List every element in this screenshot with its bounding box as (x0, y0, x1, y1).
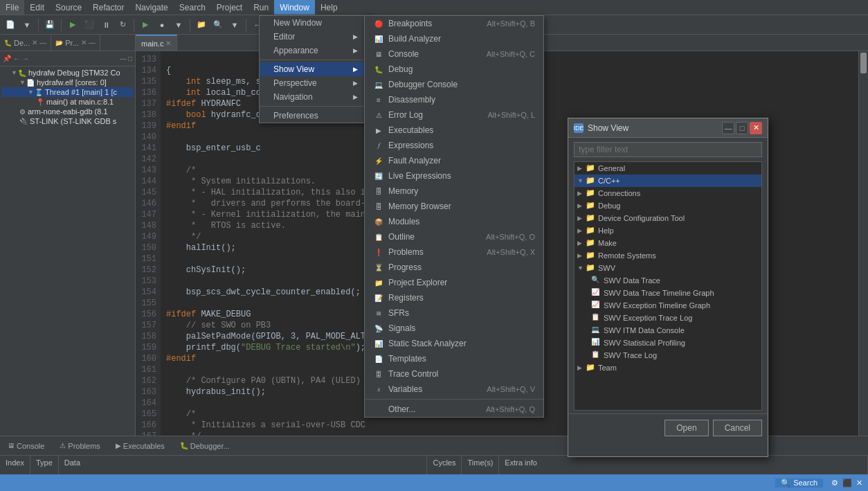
toolbar-run2[interactable]: ▶ (138, 17, 153, 33)
menu-preferences[interactable]: Preferences (260, 109, 369, 123)
menu-navigation[interactable]: Navigation (260, 90, 369, 104)
sv-variables[interactable]: 𝑥 Variables Alt+Shift+Q, V (365, 382, 543, 397)
menu-run[interactable]: Run (248, 0, 274, 15)
tree-item-stlink[interactable]: 🔌 ST-LINK (ST-LINK GDB s (1, 116, 134, 126)
tab-pr[interactable]: 📂 Pr... ✕ — (51, 35, 100, 51)
dialog-tree-swv-itm[interactable]: 💻 SWV ITM Data Console (575, 324, 761, 337)
tab-pr-min[interactable]: — (89, 39, 96, 46)
sv-problems[interactable]: ❗ Problems Alt+Shift+Q, X (365, 244, 543, 260)
dialog-tree-swv-data-trace[interactable]: 🔍 SWV Data Trace (575, 274, 761, 287)
sv-templates[interactable]: 📄 Templates (365, 351, 543, 366)
panel-max-btn[interactable]: □ (128, 55, 132, 62)
dialog-tree-swv-data-trace-timeline[interactable]: 📈 SWV Data Trace Timeline Graph (575, 287, 761, 299)
sv-fault-analyzer[interactable]: ⚡ Fault Analyzer (365, 153, 543, 168)
dialog-tree-swv-statistical[interactable]: 📊 SWV Statistical Profiling (575, 337, 761, 349)
bottom-tab-debugger[interactable]: 🐛 Debugger... (175, 440, 235, 452)
dialog-tree-swv[interactable]: ▼ 📁 SWV (575, 262, 761, 274)
toolbar-run[interactable]: ⬛ (82, 17, 97, 33)
menu-new-window[interactable]: New Window (260, 16, 369, 30)
toolbar-new[interactable]: 📄 (3, 17, 18, 33)
sv-memory[interactable]: 🗄 Memory (365, 184, 543, 199)
sv-sfrs[interactable]: ≋ SFRs (365, 305, 543, 321)
pin-icon[interactable]: 📌 (3, 55, 11, 62)
dialog-tree-team[interactable]: ▶ 📁 Team (575, 361, 761, 374)
sv-signals[interactable]: 📡 Signals (365, 321, 543, 336)
bottom-tab-executables[interactable]: ▶ Executables (111, 440, 170, 452)
sv-other[interactable]: Other... Alt+Shift+Q, Q (365, 402, 543, 417)
status-stop-icon[interactable]: ⬛ (842, 479, 852, 488)
sv-error-log[interactable]: ⚠ Error Log Alt+Shift+Q, L (365, 107, 543, 123)
sv-live-expressions[interactable]: 🔄 Live Expressions (365, 168, 543, 184)
tab-main-c-close[interactable]: ✕ (165, 39, 171, 47)
sv-static-stack[interactable]: 📊 Static Stack Analyzer (365, 336, 543, 351)
sv-expressions[interactable]: 𝑓 Expressions (365, 138, 543, 153)
sv-outline[interactable]: 📋 Outline Alt+Shift+Q, O (365, 229, 543, 244)
tree-item-elf[interactable]: ▼ 📄 hydrafw.elf [cores: 0] (1, 78, 134, 87)
sv-executables[interactable]: ▶ Executables (365, 123, 543, 138)
toolbar-dropdown2[interactable]: ▼ (171, 17, 186, 33)
editor-scrollbar[interactable] (858, 51, 868, 436)
tree-item-gdb[interactable]: ⚙ arm-none-eabi-gdb (8.1 (1, 107, 134, 116)
dialog-tree-swv-exception-log[interactable]: 📋 SWV Exception Trace Log (575, 312, 761, 324)
dialog-tree-device-config[interactable]: ▶ 📁 Device Configuration Tool (575, 212, 761, 224)
sv-build-analyzer[interactable]: 📊 Build Analyzer (365, 31, 543, 46)
tree-item-thread[interactable]: ▼ 🧵 Thread #1 [main] 1 [c (1, 87, 134, 97)
menu-editor[interactable]: Editor (260, 30, 369, 44)
menu-edit[interactable]: Edit (24, 0, 50, 15)
menu-appearance[interactable]: Appearance (260, 44, 369, 57)
toolbar-browse[interactable]: 📁 (194, 17, 209, 33)
tab-pr-close[interactable]: ✕ (81, 39, 87, 46)
bottom-tab-console[interactable]: 🖥 Console (3, 440, 49, 452)
menu-file[interactable]: File (0, 0, 24, 15)
menu-help[interactable]: Help (315, 0, 343, 15)
dialog-filter-input[interactable] (574, 142, 762, 157)
menu-perspective[interactable]: Perspective (260, 76, 369, 90)
sv-debugger-console[interactable]: 💻 Debugger Console (365, 77, 543, 92)
menu-project[interactable]: Project (211, 0, 248, 15)
sv-console[interactable]: 🖥 Console Alt+Shift+Q, C (365, 46, 543, 62)
sv-trace-control[interactable]: 🎛 Trace Control (365, 366, 543, 382)
toolbar-profile[interactable]: ● (154, 17, 170, 33)
sv-disassembly[interactable]: ≡ Disassembly (365, 92, 543, 107)
menu-search[interactable]: Search (174, 0, 211, 15)
dialog-open-btn[interactable]: Open (664, 420, 708, 436)
nav-back[interactable]: ← (13, 55, 20, 62)
dialog-tree-cpp[interactable]: ▼ 📁 C/C++ (575, 175, 761, 187)
dialog-close[interactable]: ✕ (750, 122, 762, 134)
dialog-tree-debug-folder[interactable]: ▶ 📁 Debug (575, 199, 761, 212)
dialog-tree[interactable]: ▶ 📁 General ▼ 📁 C/C++ ▶ 📁 Connections ▶ … (574, 161, 762, 411)
dialog-tree-swv-trace-log[interactable]: 📋 SWV Trace Log (575, 349, 761, 361)
tree-item-hydrafw-debug[interactable]: ▼ 🐛 hydrafw Debug [STM32 Co (1, 68, 134, 78)
sv-debug[interactable]: 🐛 Debug (365, 62, 543, 77)
dialog-tree-remote[interactable]: ▶ 📁 Remote Systems (575, 249, 761, 262)
tab-debug-close[interactable]: ✕ (32, 39, 37, 46)
dialog-tree-swv-exception-timeline[interactable]: 📈 SWV Exception Timeline Graph (575, 299, 761, 312)
nav-fwd[interactable]: → (22, 55, 29, 62)
dialog-tree-connections[interactable]: ▶ 📁 Connections (575, 187, 761, 199)
dialog-tree-help[interactable]: ▶ 📁 Help (575, 224, 761, 237)
tree-item-main-fn[interactable]: 📍 main() at main.c:8.1 (1, 97, 134, 107)
menu-window[interactable]: Window (274, 0, 315, 15)
tab-debug[interactable]: 🐛 De... ✕ — (0, 35, 51, 51)
sv-modules[interactable]: 📦 Modules (365, 214, 543, 229)
toolbar-dropdown3[interactable]: ▼ (227, 17, 242, 33)
toolbar-search2[interactable]: 🔍 (210, 17, 226, 33)
tab-main-c[interactable]: main.c ✕ (136, 35, 177, 51)
status-close-icon[interactable]: ✕ (856, 479, 862, 488)
sv-breakpoints[interactable]: 🔴 Breakpoints Alt+Shift+Q, B (365, 16, 543, 31)
dialog-minimize[interactable]: — (722, 122, 734, 134)
dialog-cancel-btn[interactable]: Cancel (713, 420, 762, 436)
tab-debug-min[interactable]: — (39, 39, 46, 46)
toolbar-save[interactable]: 💾 (42, 17, 57, 33)
menu-refactor[interactable]: Refactor (87, 0, 129, 15)
sv-project-explorer[interactable]: 📁 Project Explorer (365, 275, 543, 290)
toolbar-debug[interactable]: ▶ (65, 17, 80, 33)
menu-source[interactable]: Source (50, 0, 87, 15)
menu-show-view[interactable]: Show View (260, 62, 369, 76)
sv-progress[interactable]: ⏳ Progress (365, 260, 543, 275)
dialog-maximize[interactable]: □ (736, 122, 748, 134)
sv-registers[interactable]: 📝 Registers (365, 290, 543, 305)
toolbar-open[interactable]: ▼ (19, 17, 35, 33)
toolbar-refresh[interactable]: ↻ (115, 17, 130, 33)
status-settings-icon[interactable]: ⚙ (831, 479, 838, 488)
